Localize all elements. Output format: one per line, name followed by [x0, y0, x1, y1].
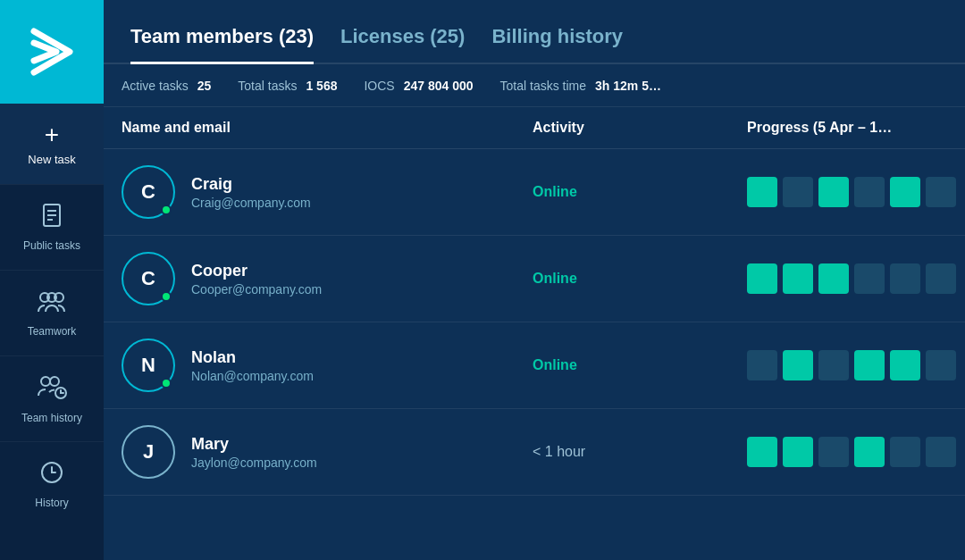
online-dot — [161, 205, 172, 215]
teamwork-icon — [38, 288, 66, 320]
sidebar-item-teamwork-label: Teamwork — [28, 325, 77, 338]
member-info: N Nolan Nolan@company.com — [122, 339, 533, 392]
progress-block — [926, 437, 956, 467]
progress-block — [926, 350, 956, 380]
total-tasks-label: Total tasks — [238, 79, 297, 93]
svg-point-8 — [50, 377, 59, 386]
progress-block — [926, 177, 956, 207]
table-row[interactable]: C Craig Craig@company.com Online — [104, 149, 965, 236]
progress-block — [890, 437, 920, 467]
progress-block — [783, 177, 813, 207]
col-header-name: Name and email — [122, 120, 533, 136]
progress-block — [818, 177, 849, 207]
table-row[interactable]: J Mary Jaylon@company.com < 1 hour — [104, 409, 965, 496]
svg-point-7 — [41, 377, 50, 386]
progress-block — [890, 177, 920, 207]
tab-licenses[interactable]: Licenses (25) — [331, 25, 482, 63]
progress-block — [854, 263, 885, 294]
sidebar-item-public-tasks[interactable]: Public tasks — [0, 184, 104, 270]
progress-block — [854, 177, 885, 207]
progress-blocks — [747, 350, 956, 380]
total-tasks-time-label: Total tasks time — [500, 79, 586, 93]
active-tasks-value: 25 — [197, 79, 212, 93]
tab-billing-history[interactable]: Billing history — [482, 25, 641, 63]
member-info: J Mary Jaylon@company.com — [122, 425, 533, 479]
progress-block — [854, 350, 885, 380]
avatar: C — [122, 165, 175, 219]
member-info: C Cooper Cooper@company.com — [122, 252, 533, 305]
progress-block — [747, 263, 777, 294]
progress-blocks — [747, 263, 956, 294]
progress-block — [818, 263, 849, 294]
member-activity: < 1 hour — [533, 444, 747, 460]
progress-block — [926, 263, 956, 294]
progress-blocks — [747, 437, 956, 467]
document-icon — [39, 203, 64, 234]
member-name: Craig — [191, 175, 311, 194]
progress-block — [783, 437, 813, 467]
progress-block — [818, 350, 849, 380]
member-activity: Online — [533, 184, 747, 200]
members-table: Name and email Activity Progress (5 Apr … — [104, 107, 965, 560]
member-activity: Online — [533, 271, 747, 287]
progress-block — [818, 437, 849, 467]
sidebar-item-team-history[interactable]: Team history — [0, 355, 104, 441]
team-history-icon — [37, 373, 67, 406]
member-name: Cooper — [191, 262, 322, 280]
sidebar-item-history-label: History — [35, 497, 68, 509]
progress-block — [747, 437, 777, 467]
total-tasks-value: 1 568 — [306, 79, 337, 93]
active-tasks-label: Active tasks — [122, 79, 189, 93]
progress-blocks — [747, 177, 956, 207]
progress-block — [854, 437, 885, 467]
sidebar: + New task Public tasks Teamwork — [0, 0, 104, 560]
member-name: Mary — [191, 435, 317, 454]
online-dot — [161, 291, 172, 302]
stats-bar: Active tasks 25 Total tasks 1 568 IOCS 2… — [104, 64, 965, 107]
sidebar-item-teamwork[interactable]: Teamwork — [0, 270, 104, 355]
total-tasks-time-value: 3h 12m 5… — [595, 79, 661, 93]
progress-block — [783, 263, 813, 294]
member-activity: Online — [533, 357, 747, 373]
member-email: Nolan@company.com — [191, 369, 314, 383]
history-icon — [39, 460, 64, 491]
member-email: Cooper@company.com — [191, 282, 322, 297]
table-row[interactable]: C Cooper Cooper@company.com Online — [104, 236, 965, 322]
sidebar-item-history[interactable]: History — [0, 441, 104, 527]
member-email: Craig@company.com — [191, 196, 311, 210]
logo — [0, 0, 104, 104]
progress-block — [747, 177, 777, 207]
member-info: C Craig Craig@company.com — [122, 165, 533, 219]
avatar: C — [122, 252, 175, 305]
sidebar-item-team-history-label: Team history — [21, 412, 82, 424]
progress-block — [747, 350, 777, 380]
plus-icon: + — [45, 122, 59, 147]
online-dot — [161, 378, 172, 389]
col-header-progress: Progress (5 Apr – 1… — [747, 120, 947, 136]
tab-team-members[interactable]: Team members (23) — [122, 25, 331, 63]
new-task-button[interactable]: + New task — [0, 104, 104, 184]
member-name: Nolan — [191, 348, 314, 367]
main-content: Team members (23) Licenses (25) Billing … — [104, 0, 965, 560]
tabs-bar: Team members (23) Licenses (25) Billing … — [104, 0, 965, 64]
new-task-label: New task — [28, 153, 75, 166]
progress-block — [890, 263, 920, 294]
member-email: Jaylon@company.com — [191, 456, 317, 470]
iocs-label: IOCS — [364, 79, 394, 93]
sidebar-item-public-tasks-label: Public tasks — [23, 239, 80, 252]
col-header-activity: Activity — [533, 120, 747, 136]
table-header: Name and email Activity Progress (5 Apr … — [104, 107, 965, 149]
progress-block — [783, 350, 813, 380]
avatar: N — [122, 339, 175, 392]
table-body: C Craig Craig@company.com Online C Coope… — [104, 149, 965, 496]
table-row[interactable]: N Nolan Nolan@company.com Online — [104, 322, 965, 409]
avatar: J — [122, 425, 175, 479]
progress-block — [890, 350, 920, 380]
iocs-value: 247 804 000 — [404, 79, 474, 93]
